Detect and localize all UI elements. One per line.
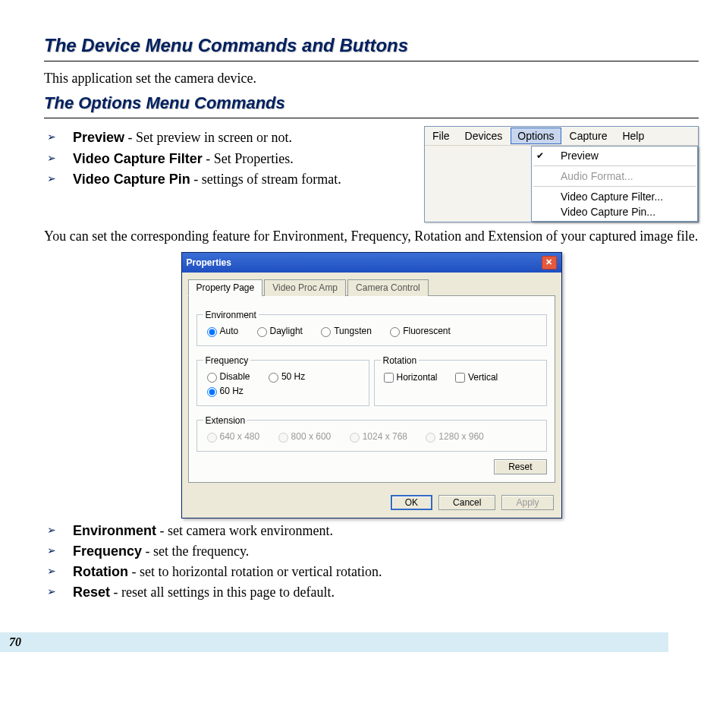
group-extension: Extension 640 x 480 800 x 600 1024 x 768… [196,415,547,452]
bullet-term: Frequency [73,544,142,559]
ok-button[interactable]: OK [391,495,432,510]
group-legend: Environment [203,310,259,320]
radio-disable[interactable]: Disable [203,370,250,383]
bullet-icon: ➢ [44,563,73,578]
bullet-term: Rotation [73,564,128,579]
tab-video-proc-amp[interactable]: Video Proc Amp [264,279,346,296]
radio-1024x768: 1024 x 768 [346,430,407,443]
check-vertical[interactable]: Vertical [452,370,498,385]
bullet-desc: - set the frequency. [142,544,249,559]
bullet-term: Video Capture Pin [73,172,190,187]
menu-help[interactable]: Help [614,127,652,145]
group-legend: Extension [203,415,248,426]
tab-property-page[interactable]: Property Page [188,279,263,296]
options-dropdown: ✔ Preview Audio Format... Video Capture … [531,146,698,222]
page-number: 70 [0,632,668,652]
group-legend: Rotation [381,355,420,366]
bullet-desc: - set camera work environment. [156,523,333,538]
dropdown-video-capture-pin[interactable]: Video Capture Pin... [532,204,697,219]
tabs: Property Page Video Proc Amp Camera Cont… [188,279,555,296]
titlebar: Properties ✕ [182,253,561,273]
bullet-desc: - reset all settings in this page to def… [110,585,335,600]
radio-1280x960: 1280 x 960 [422,430,483,443]
bullet-term: Video Capture Filter [73,151,203,166]
dropdown-label: Preview [561,150,599,162]
tab-camera-control[interactable]: Camera Control [347,279,429,296]
group-environment: Environment Auto Daylight Tungsten Fluor… [196,310,547,346]
radio-60hz[interactable]: 60 Hz [203,385,244,397]
apply-button: Apply [501,495,553,510]
menubar: File Devices Options Capture Help [425,127,698,146]
menu-file[interactable]: File [425,127,457,145]
bullet-term: Reset [73,585,110,600]
section1-heading: The Device Menu Commands and Buttons [44,35,699,56]
rule [44,61,699,61]
bullet-term: Environment [73,523,156,538]
bullet-desc: - Set Properties. [203,151,294,166]
cancel-button[interactable]: Cancel [438,495,495,510]
menu-capture[interactable]: Capture [562,127,615,145]
bullet-desc: - settings of stream format. [190,172,341,187]
check-horizontal[interactable]: Horizontal [381,370,438,385]
radio-daylight[interactable]: Daylight [253,325,303,337]
close-icon[interactable]: ✕ [542,256,557,269]
bullet-desc: - Set preview in screen or not. [124,130,292,145]
tab-page: Environment Auto Daylight Tungsten Fluor… [188,296,555,483]
bullet-item: ➢ Environment - set camera work environm… [44,522,699,540]
separator [533,165,696,166]
reset-button[interactable]: Reset [494,459,546,474]
bullet-item: ➢ Frequency - set the frequency. [44,542,699,560]
radio-800x600: 800 x 600 [275,430,332,443]
bullet-item: ➢ Video Capture Pin - settings of stream… [44,170,409,188]
menu-screenshot: File Devices Options Capture Help ✔ Prev… [424,126,699,222]
bullet-icon: ➢ [44,170,73,186]
radio-50hz[interactable]: 50 Hz [265,370,305,383]
bullet-item: ➢ Reset - reset all settings in this pag… [44,583,699,601]
bullet-term: Preview [73,130,124,145]
rule [44,118,699,118]
radio-tungsten[interactable]: Tungsten [317,325,372,337]
dropdown-video-capture-filter[interactable]: Video Capture Filter... [532,189,697,204]
radio-640x480: 640 x 480 [203,430,260,443]
dropdown-preview[interactable]: ✔ Preview [532,148,697,163]
properties-window: Properties ✕ Property Page Video Proc Am… [181,252,562,518]
bullet-icon: ➢ [44,150,73,165]
bullet-icon: ➢ [44,542,73,558]
dropdown-audio-format: Audio Format... [532,169,697,184]
checkmark-icon: ✔ [536,150,548,161]
radio-auto[interactable]: Auto [203,325,239,337]
mid-paragraph: You can set the corresponding feature fo… [44,227,699,245]
bullet-icon: ➢ [44,128,73,144]
dropdown-label: Video Capture Filter... [561,191,663,203]
bullet-item: ➢ Rotation - set to horizontal rotation … [44,563,699,581]
window-title: Properties [187,257,231,268]
menu-devices[interactable]: Devices [457,127,511,145]
bullet-item: ➢ Video Capture Filter - Set Properties. [44,150,409,168]
dropdown-label: Video Capture Pin... [561,206,655,218]
group-frequency: Frequency Disable 50 Hz 60 Hz [196,355,369,406]
menu-options[interactable]: Options [511,128,561,144]
bullet-icon: ➢ [44,522,73,537]
bullet-icon: ➢ [44,583,73,599]
bullet-desc: - set to horizontal rotation or vertical… [128,564,382,579]
group-legend: Frequency [203,355,251,366]
dropdown-label: Audio Format... [561,170,633,182]
section2-heading: The Options Menu Commands [44,93,699,113]
radio-fluorescent[interactable]: Fluorescent [386,325,451,337]
group-rotation: Rotation Horizontal Vertical [374,355,547,406]
button-bar: OK Cancel Apply [182,489,561,518]
separator [533,186,696,187]
bullet-item: ➢ Preview - Set preview in screen or not… [44,128,409,147]
section1-text: This application set the camera device. [44,69,699,87]
